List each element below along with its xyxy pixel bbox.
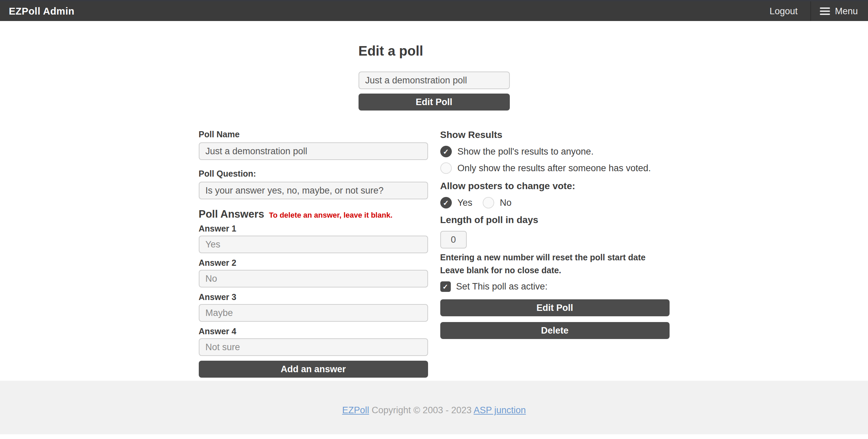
right-column: Show Results ✓ Show the poll's results t… [440, 129, 670, 378]
answer-1-input[interactable] [199, 236, 428, 253]
poll-question-field: Poll Question: [199, 169, 428, 199]
set-active-checkbox-row[interactable]: ✓ Set This poll as active: [440, 281, 670, 292]
footer: EZPoll Copyright © 2003 - 2023 ASP junct… [0, 381, 868, 434]
answer-4-label: Answer 4 [199, 326, 428, 336]
option-label: Yes [458, 198, 472, 208]
poll-name-field: Poll Name [199, 129, 428, 160]
set-active-label: Set This poll as active: [456, 281, 548, 292]
poll-name-input[interactable] [199, 142, 428, 160]
copyright-text: Copyright © 2003 - 2023 [372, 405, 472, 415]
answer-2-input[interactable] [199, 270, 428, 287]
option-label: Only show the results after someone has … [458, 163, 651, 174]
page: EZPoll Admin Logout Menu Edit a poll Edi… [0, 0, 868, 439]
left-column: Poll Name Poll Question: Poll Answers To… [199, 129, 428, 378]
option-label: Show the poll's results to anyone. [458, 146, 594, 157]
edit-poll-submit-button[interactable]: Edit Poll [440, 299, 670, 316]
show-results-heading: Show Results [440, 129, 670, 140]
poll-answers-heading-row: Poll Answers To delete an answer, leave … [199, 208, 428, 220]
answer-3-input[interactable] [199, 304, 428, 322]
poll-select-input[interactable] [359, 72, 510, 89]
menu-toggle[interactable]: Menu [810, 1, 868, 21]
form-columns: Poll Name Poll Question: Poll Answers To… [0, 129, 868, 378]
change-vote-option-yes[interactable]: ✓ Yes [440, 197, 472, 208]
change-vote-heading: Allow posters to change vote: [440, 181, 670, 192]
answer-4-input[interactable] [199, 338, 428, 356]
brand-title[interactable]: EZPoll Admin [0, 6, 74, 17]
poll-answers-note: To delete an answer, leave it blank. [269, 211, 392, 220]
answer-3-field: Answer 3 [199, 292, 428, 322]
radio-checked-icon[interactable]: ✓ [440, 197, 452, 208]
navbar: EZPoll Admin Logout Menu [0, 0, 868, 21]
radio-unchecked-icon[interactable] [483, 197, 494, 208]
main-content: Edit a poll Edit Poll Poll Name Poll Que… [0, 21, 868, 381]
hamburger-icon [820, 7, 830, 15]
show-results-option-anyone[interactable]: ✓ Show the poll's results to anyone. [440, 146, 670, 157]
asp-junction-footer-link[interactable]: ASP junction [474, 405, 526, 415]
answer-3-label: Answer 3 [199, 292, 428, 302]
checkbox-checked-icon[interactable]: ✓ [440, 281, 451, 292]
poll-answers-heading: Poll Answers [199, 208, 265, 220]
change-vote-options: ✓ Yes No [440, 197, 670, 208]
show-results-option-after-vote[interactable]: Only show the results after someone has … [440, 162, 670, 174]
poll-length-input[interactable] [440, 231, 467, 248]
add-answer-button[interactable]: Add an answer [199, 361, 428, 378]
answer-1-field: Answer 1 [199, 224, 428, 253]
footer-text: EZPoll Copyright © 2003 - 2023 ASP junct… [0, 381, 868, 416]
edit-poll-top-button[interactable]: Edit Poll [359, 94, 510, 111]
ezpoll-footer-link[interactable]: EZPoll [342, 405, 369, 415]
answer-2-field: Answer 2 [199, 258, 428, 287]
option-label: No [500, 198, 512, 208]
answer-1-label: Answer 1 [199, 224, 428, 234]
answer-4-field: Answer 4 [199, 326, 428, 356]
delete-poll-button[interactable]: Delete [440, 322, 670, 339]
page-title: Edit a poll [359, 43, 510, 59]
radio-unchecked-icon[interactable] [440, 162, 452, 174]
answer-2-label: Answer 2 [199, 258, 428, 268]
navbar-right: Logout Menu [763, 1, 868, 21]
poll-question-input[interactable] [199, 182, 428, 199]
poll-picker-form: Edit a poll Edit Poll [359, 43, 510, 111]
poll-question-label: Poll Question: [199, 169, 428, 179]
poll-length-note-1: Entering a new number will reset the pol… [440, 253, 670, 262]
change-vote-option-no[interactable]: No [483, 197, 512, 208]
logout-link[interactable]: Logout [763, 1, 811, 21]
menu-label: Menu [835, 6, 858, 17]
poll-length-note-2: Leave blank for no close date. [440, 265, 670, 275]
poll-name-label: Poll Name [199, 129, 428, 139]
poll-length-heading: Length of poll in days [440, 215, 670, 225]
radio-checked-icon[interactable]: ✓ [440, 146, 452, 157]
